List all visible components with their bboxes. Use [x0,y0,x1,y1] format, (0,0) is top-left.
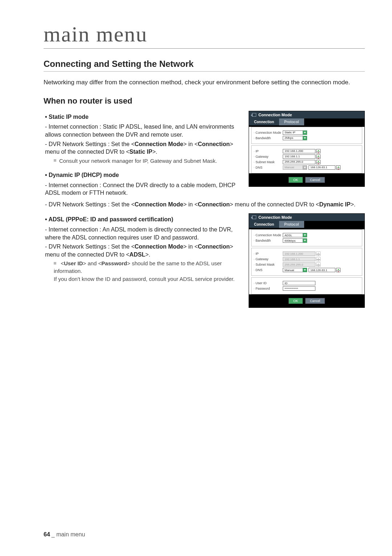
dhcp-p1: Internet connection : Connect the DVR di… [45,181,241,197]
dns-label: DNS [254,268,283,272]
gateway-label: Gateway [254,257,283,261]
subsection-title: When no router is used [44,96,365,106]
adsl-p2: DVR Network Settings : Set the <Connecti… [45,243,241,258]
subnet-stepper[interactable]: ▲▼ [316,160,320,164]
bandwidth-select[interactable]: 600kbps [283,238,303,243]
tab-connection[interactable]: Connection [249,221,279,228]
ok-button[interactable]: OK [289,177,303,183]
ip-field[interactable]: 192.168.1.200 [283,149,315,153]
userid-field[interactable]: ID [283,281,315,285]
subnet-stepper: ▲▼ [316,262,320,267]
tab-protocol[interactable]: Protocol [279,118,304,125]
conn-mode-label: Connection Mode [254,233,283,237]
chevron-down-icon[interactable] [303,130,307,135]
tab-connection[interactable]: Connection [249,118,279,125]
cancel-button[interactable]: Cancel [305,177,325,183]
dns-label: DNS [254,166,283,169]
subnet-field[interactable]: 255.255.255.0 [283,160,315,164]
ip-field: 192.168.1.200 [283,251,315,256]
adsl-p1: Internet connection : An ADSL modem is d… [45,226,241,241]
adsl-heading: ADSL (PPPoE: ID and password certificati… [45,215,241,223]
gateway-field[interactable]: 192.168.1.1 [283,154,315,159]
chevron-down-icon[interactable] [303,136,307,140]
section-title: Connecting and Setting the Network [44,59,365,72]
chevron-down-icon[interactable] [303,233,307,237]
back-icon[interactable] [252,113,256,117]
adsl-note: <User ID> and <Password> should be the s… [54,260,241,283]
static-ip-heading: Static IP mode [45,113,241,121]
static-ip-note: Consult your network manager for IP, Gat… [54,157,241,165]
intro-text: Networking may differ from the connectio… [44,78,365,87]
conn-mode-select[interactable]: ADSL [283,233,303,237]
password-label: Password [254,287,283,290]
conn-mode-label: Connection Mode [254,131,283,134]
ip-stepper[interactable]: ▲▼ [316,149,320,153]
ok-button[interactable]: OK [289,298,303,304]
connection-mode-dialog-adsl: Connection Mode Connection Protocol Conn… [249,213,365,308]
subnet-label: Subnet Mask [254,263,283,266]
gateway-stepper: ▲▼ [316,257,320,261]
dns-stepper[interactable]: ▲▼ [336,165,340,170]
dns-stepper[interactable]: ▲▼ [336,268,340,272]
conn-mode-select[interactable]: Static IP [283,130,303,135]
userid-label: User ID [254,281,283,285]
dns-mode-select[interactable]: Manual [283,268,303,272]
chevron-down-icon[interactable] [303,268,307,272]
ip-stepper: ▲▼ [316,251,320,256]
dhcp-p2: DVR Network Settings : Set the <Connecti… [45,201,365,209]
bandwidth-select[interactable]: 2Mbps [283,136,303,140]
gateway-stepper[interactable]: ▲▼ [316,154,320,159]
dialog-title: Connection Mode [258,113,292,117]
gateway-field: 192.168.1.1 [283,257,315,261]
adsl-note2: If you don't know the ID and password, c… [54,275,241,283]
dns-field[interactable]: 168.126.63.1 [309,165,335,170]
bandwidth-label: Bandwidth [254,239,283,242]
dhcp-heading: Dynamic IP (DHCP) mode [45,171,241,179]
password-field[interactable]: ************ [283,286,315,291]
dns-mode-select: Manual [283,165,303,170]
chevron-down-icon [303,165,307,170]
static-ip-p2: DVR Network Settings : Set the <Connecti… [45,140,241,156]
gateway-label: Gateway [254,155,283,158]
static-ip-p1: Internet connection : Static IP ADSL, le… [45,123,241,138]
cancel-button[interactable]: Cancel [305,298,325,304]
back-icon[interactable] [252,215,256,219]
subnet-label: Subnet Mask [254,160,283,164]
ip-label: IP [254,149,283,153]
ip-label: IP [254,252,283,255]
subnet-field: 255.255.255.0 [283,262,315,267]
chevron-down-icon[interactable] [303,238,307,243]
dns-field[interactable]: 168.126.63.1 [309,268,335,272]
page-footer: 64_ main menu [44,531,85,538]
bandwidth-label: Bandwidth [254,136,283,140]
tab-protocol[interactable]: Protocol [279,221,304,228]
connection-mode-dialog-static: Connection Mode Connection Protocol Conn… [249,111,365,187]
page-number: 64 [44,531,50,537]
chapter-title: main menu [44,22,365,49]
dialog-title: Connection Mode [258,215,292,219]
